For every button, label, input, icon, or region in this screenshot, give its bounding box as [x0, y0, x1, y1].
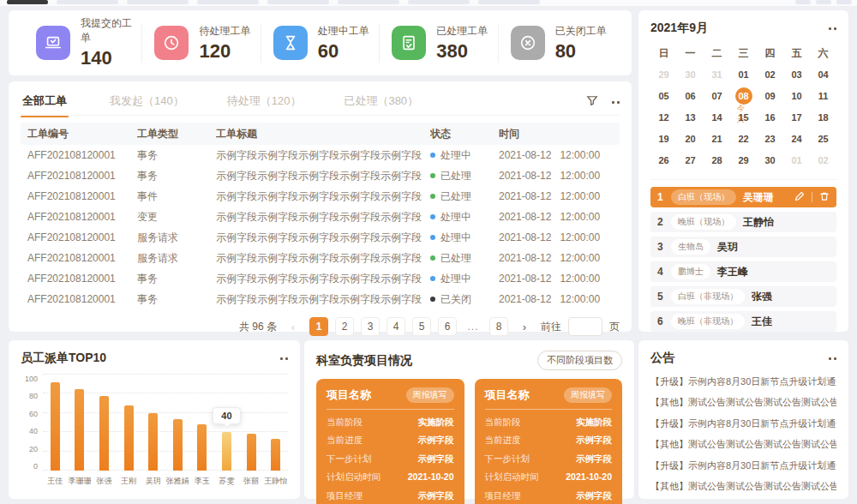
- calendar-day[interactable]: 08今天: [730, 85, 757, 106]
- calendar-day[interactable]: 19: [650, 128, 677, 149]
- calendar-day[interactable]: 29: [730, 149, 757, 171]
- calendar-day[interactable]: 18: [810, 106, 836, 128]
- calendar-day[interactable]: 02: [810, 149, 836, 171]
- duty-row[interactable]: 3生物岛吴玥: [650, 237, 836, 257]
- project-card[interactable]: 项目名称周报填写当前阶段实施阶段当前进度示例字段下一步计划示例字段计划启动时间2…: [316, 379, 464, 504]
- more-icon[interactable]: [829, 27, 836, 30]
- prev-page-button[interactable]: ‹: [284, 317, 303, 336]
- duty-row[interactable]: 5白班（非现场）张强: [650, 286, 836, 307]
- next-page-button[interactable]: ›: [515, 317, 534, 336]
- table-row[interactable]: AFF202108120001服务请求示例字段示例字段示例字段示例字段示例字段处…: [21, 227, 620, 248]
- duty-row[interactable]: 6晚班（非现场）王佳: [650, 311, 836, 332]
- table-row[interactable]: AFF202108120001事件示例字段示例字段示例字段示例字段示例字段已处理…: [21, 186, 620, 207]
- page-button-1[interactable]: 1: [309, 317, 328, 336]
- table-row[interactable]: AFF202108120001事务示例字段示例字段示例字段示例字段示例字段处理中…: [21, 268, 620, 289]
- calendar-day[interactable]: 11: [810, 85, 836, 106]
- browser-tab[interactable]: [267, 0, 329, 4]
- weekly-report-badge[interactable]: 周报填写: [564, 387, 612, 403]
- page-button-2[interactable]: 2: [335, 317, 354, 336]
- calendar-day[interactable]: 12: [650, 106, 677, 128]
- calendar-day[interactable]: 01: [783, 149, 810, 171]
- calendar-day[interactable]: 20: [677, 128, 704, 149]
- table-row[interactable]: AFF202108120001事务示例字段示例字段示例字段示例字段示例字段处理中…: [21, 145, 620, 165]
- table-row[interactable]: AFF202108120001变更示例字段示例字段示例字段示例字段示例字段处理中…: [21, 207, 620, 227]
- calendar-day[interactable]: 14: [704, 106, 730, 128]
- calendar-day[interactable]: 06: [677, 85, 704, 106]
- calendar-day[interactable]: 25: [810, 128, 836, 149]
- tab-全部工单[interactable]: 全部工单: [21, 88, 69, 117]
- table-row[interactable]: AFF202108120001事务示例字段示例字段示例字段示例字段示例字段已处理…: [21, 165, 620, 186]
- announcement-item[interactable]: 【升级】示例内容8月30日新节点升级计划通知: [650, 371, 836, 393]
- browser-tab[interactable]: [408, 0, 470, 4]
- bar-group[interactable]: 40: [214, 375, 239, 471]
- calendar-day[interactable]: 03: [783, 63, 810, 85]
- browser-tab-active[interactable]: [7, 0, 48, 4]
- tab-我发起（140）[interactable]: 我发起（140）: [108, 88, 186, 117]
- bar-group[interactable]: [239, 375, 264, 471]
- calendar-day[interactable]: 31: [704, 63, 730, 85]
- calendar-day[interactable]: 21: [704, 128, 730, 149]
- calendar-day[interactable]: 16: [757, 106, 783, 128]
- bar-group[interactable]: [165, 375, 190, 471]
- more-icon[interactable]: [829, 357, 836, 360]
- bar-group[interactable]: [92, 375, 117, 471]
- duty-row[interactable]: 1白班（现场）吴珊珊: [650, 187, 836, 207]
- calendar-day[interactable]: 23: [757, 128, 783, 149]
- calendar-day[interactable]: 28: [704, 149, 730, 171]
- calendar-day[interactable]: 13: [677, 106, 704, 128]
- project-card[interactable]: 项目名称周报填写当前阶段实施阶段当前进度示例字段下一步计划示例字段计划启动时间2…: [475, 379, 623, 504]
- filter-icon[interactable]: [586, 95, 598, 111]
- browser-tab[interactable]: [338, 0, 399, 4]
- calendar-day[interactable]: 04: [810, 63, 836, 85]
- calendar-day[interactable]: 01: [730, 63, 757, 85]
- announcement-item[interactable]: 【升级】示例内容8月30日新节点升级计划通知: [650, 413, 836, 435]
- more-icon[interactable]: [280, 357, 288, 360]
- table-row[interactable]: AFF202108120001事务示例字段示例字段示例字段示例字段示例字段已关闭…: [21, 289, 620, 309]
- calendar-day[interactable]: 15: [730, 106, 757, 128]
- table-row[interactable]: AFF202108120001服务请求示例字段示例字段示例字段示例字段示例字段已…: [21, 248, 620, 268]
- goto-page-input[interactable]: [568, 317, 602, 336]
- edit-icon[interactable]: [794, 191, 805, 204]
- browser-tab[interactable]: [197, 0, 259, 4]
- browser-window-controls[interactable]: [795, 0, 852, 4]
- calendar-day[interactable]: 17: [783, 106, 810, 128]
- calendar-day[interactable]: 24: [783, 128, 810, 149]
- page-button-5[interactable]: 5: [412, 317, 431, 336]
- browser-tab[interactable]: [57, 0, 118, 4]
- calendar-day[interactable]: 30: [757, 149, 783, 171]
- bar-group[interactable]: [190, 375, 215, 471]
- calendar-day[interactable]: 07: [704, 85, 730, 106]
- weekly-report-badge[interactable]: 周报填写: [406, 387, 454, 403]
- bar-group[interactable]: [117, 375, 141, 471]
- calendar-day[interactable]: 27: [677, 149, 704, 171]
- bar-group[interactable]: [43, 375, 68, 471]
- announcement-item[interactable]: 【其他】测试公告测试公告测试公告测试公告测试公告: [650, 393, 836, 414]
- tab-已处理（380）[interactable]: 已处理（380）: [342, 88, 420, 117]
- calendar-day[interactable]: 02: [757, 63, 783, 85]
- calendar-day[interactable]: 10: [783, 85, 810, 106]
- page-button-6[interactable]: 6: [438, 317, 457, 336]
- tab-待处理（120）[interactable]: 待处理（120）: [225, 88, 303, 117]
- announcement-item[interactable]: 【其他】测试公告测试公告测试公告测试公告测试公告: [650, 435, 836, 456]
- calendar-day[interactable]: 22: [730, 128, 757, 149]
- calendar-day[interactable]: 26: [650, 149, 677, 171]
- bar-group[interactable]: [68, 375, 93, 471]
- calendar-day[interactable]: 30: [677, 63, 704, 85]
- duty-row[interactable]: 4鹏博士李王峰: [650, 261, 836, 282]
- calendar-day[interactable]: 29: [650, 63, 677, 85]
- page-button-4[interactable]: 4: [387, 317, 405, 336]
- browser-tab[interactable]: [127, 0, 189, 4]
- page-button-8[interactable]: 8: [489, 317, 508, 336]
- more-icon[interactable]: [612, 101, 620, 104]
- trash-icon[interactable]: [819, 191, 830, 204]
- stage-count-button[interactable]: 不同阶段项目数: [537, 351, 622, 370]
- calendar-day[interactable]: 09: [757, 85, 783, 106]
- browser-tab[interactable]: [478, 0, 540, 4]
- announcement-item[interactable]: 【升级】示例内容8月30日新节点升级计划通知: [650, 455, 836, 477]
- duty-row[interactable]: 2晚班（现场）王静怡: [650, 212, 836, 232]
- announcement-item[interactable]: 【其他】测试公告测试公告测试公告测试公告测试公告: [650, 477, 836, 498]
- bar-group[interactable]: [263, 375, 288, 471]
- page-button-3[interactable]: 3: [361, 317, 380, 336]
- bar-group[interactable]: [141, 375, 165, 471]
- calendar-day[interactable]: 05: [650, 85, 677, 106]
